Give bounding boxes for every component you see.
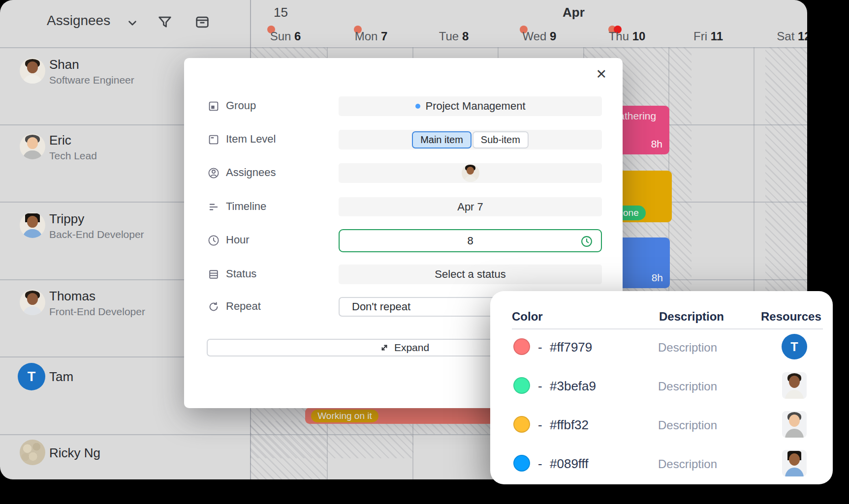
hour-label: Hour (226, 234, 250, 246)
expand-icon (379, 343, 389, 353)
member-role: Front-End Developer (49, 306, 145, 318)
member-role: Tech Lead (49, 150, 97, 162)
week-number: 15 (274, 5, 288, 20)
color-description[interactable]: Description (658, 457, 717, 471)
clock-icon[interactable] (580, 235, 593, 248)
day-header[interactable]: Wed 9 (523, 30, 557, 43)
item-level-label: Item Level (226, 133, 276, 146)
color-hex: #089fff (550, 456, 589, 472)
archive-icon[interactable] (194, 14, 211, 30)
member-role: Back-End Developer (49, 229, 144, 240)
color-description[interactable]: Description (658, 341, 717, 355)
hour-icon (208, 235, 220, 246)
hour-input[interactable]: 8 (339, 229, 602, 252)
timeline-value-field[interactable]: Apr 7 (339, 197, 602, 216)
day-header[interactable]: Mon 7 (355, 30, 388, 43)
group-value-field[interactable]: Project Management (339, 96, 602, 116)
day-header[interactable]: Sun 6 (270, 30, 301, 43)
day-header[interactable]: Sat 12 (777, 30, 807, 43)
column-header-resources: Resources (761, 310, 821, 324)
day-header[interactable]: Tue 8 (439, 30, 469, 43)
color-description[interactable]: Description (658, 418, 717, 432)
marketing-canvas: Assignees Shan Software Engineer Eric Te… (0, 0, 849, 504)
resource-avatar-initial[interactable]: T (782, 334, 807, 359)
member-name[interactable]: Thomas (49, 289, 95, 304)
group-icon (208, 100, 220, 112)
status-icon (208, 268, 220, 280)
color-description[interactable]: Description (658, 380, 717, 393)
main-item-toggle[interactable]: Main item (412, 131, 472, 148)
task-bar-working[interactable]: Working on it (305, 408, 498, 424)
resource-avatar[interactable] (782, 450, 807, 476)
member-name[interactable]: Eric (49, 133, 71, 148)
day-header[interactable]: Fri 11 (693, 30, 723, 43)
dash: - (538, 379, 542, 394)
color-hex: #ffbf32 (550, 417, 589, 433)
member-name[interactable]: Ricky Ng (49, 445, 100, 461)
color-swatch[interactable] (513, 338, 530, 355)
avatar[interactable] (20, 290, 45, 315)
avatar-texture[interactable] (20, 440, 45, 465)
avatar[interactable] (20, 212, 45, 238)
chevron-down-icon[interactable] (126, 17, 139, 30)
status-label: Status (226, 267, 256, 280)
color-hex: #ff7979 (550, 340, 592, 355)
item-level-icon (208, 134, 220, 146)
avatar[interactable] (20, 134, 45, 159)
resource-avatar[interactable] (782, 372, 807, 399)
header-divider (0, 47, 807, 48)
assignees-label: Assignees (226, 166, 276, 179)
member-name[interactable]: Tam (49, 369, 73, 385)
member-name[interactable]: Trippy (49, 211, 84, 227)
dash: - (538, 417, 542, 433)
resource-avatar[interactable] (782, 411, 807, 438)
avatar[interactable] (20, 58, 45, 84)
color-swatch[interactable] (513, 416, 530, 433)
day-header[interactable]: Thu 10 (609, 30, 646, 43)
timeline-icon (208, 201, 220, 213)
color-hex: #3befa9 (550, 379, 596, 394)
hatch-bottom-row (250, 435, 413, 458)
avatar-initial[interactable]: T (18, 363, 45, 390)
group-label: Group (226, 99, 256, 112)
dash: - (538, 340, 542, 355)
assignees-icon (208, 167, 220, 179)
filter-icon[interactable] (157, 14, 173, 30)
item-level-field: Main item Sub-item (339, 130, 602, 149)
color-swatch[interactable] (513, 377, 530, 394)
header-divider (512, 328, 823, 329)
month-label: Apr (563, 5, 585, 20)
status-select[interactable]: Select a status (339, 265, 602, 284)
dash: - (538, 456, 542, 472)
column-header-description: Description (659, 310, 724, 324)
column-header-color: Color (512, 310, 543, 324)
assignees-field[interactable] (339, 163, 602, 183)
close-icon[interactable]: ✕ (596, 68, 607, 81)
sub-item-toggle[interactable]: Sub-item (472, 131, 529, 148)
repeat-label: Repeat (226, 300, 261, 313)
repeat-icon (208, 301, 220, 313)
group-color-dot (415, 104, 420, 109)
member-name[interactable]: Shan (49, 57, 79, 72)
assignee-avatar (462, 164, 479, 182)
status-pill-working: Working on it (311, 410, 378, 422)
color-legend-panel: Color Description Resources - #ff7979 De… (490, 291, 833, 484)
timeline-label: Timeline (226, 200, 266, 213)
member-role: Software Engineer (49, 74, 134, 86)
color-swatch[interactable] (513, 455, 530, 472)
assignees-column-title[interactable]: Assignees (47, 13, 110, 29)
